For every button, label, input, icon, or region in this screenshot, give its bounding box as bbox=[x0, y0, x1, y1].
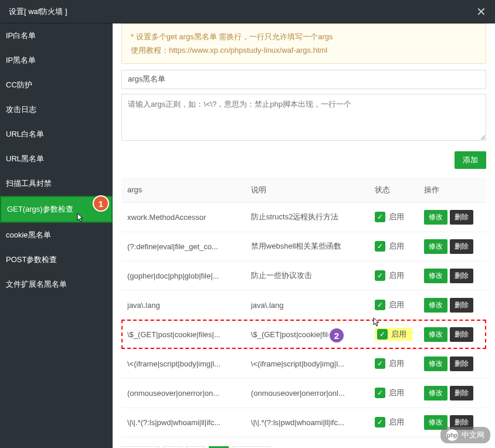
table-row: (onmouseover|onerror|on...(onmouseover|o… bbox=[121, 378, 486, 408]
cell-args: \$_(GET|post|cookie|files|... bbox=[121, 320, 245, 349]
cell-desc: \|\|.*(?:ls|pwd|whoami|ll|ifc... bbox=[245, 408, 369, 437]
th-action: 操作 bbox=[418, 178, 486, 203]
check-icon[interactable]: ✓ bbox=[375, 300, 385, 310]
watermark: php 中文网 bbox=[440, 427, 490, 443]
cell-args: java\.lang bbox=[121, 290, 245, 320]
table-row: (gopher|doc|php|glob|file|...防止一些协议攻击✓启用… bbox=[121, 261, 486, 290]
cell-status: ✓启用 bbox=[369, 261, 418, 290]
cell-args: xwork.MethodAccessor bbox=[121, 202, 245, 232]
delete-button[interactable]: 删除 bbox=[450, 239, 473, 254]
cell-action: 修改删除 bbox=[418, 261, 486, 290]
cell-args: (gopher|doc|php|glob|file|... bbox=[121, 261, 245, 290]
cell-args: \<(iframe|script|body|img|l... bbox=[121, 349, 245, 378]
status-label: 启用 bbox=[389, 300, 404, 310]
edit-button[interactable]: 修改 bbox=[424, 298, 447, 313]
cell-desc: (onmouseover|onerror|onl... bbox=[245, 378, 369, 408]
check-icon[interactable]: ✓ bbox=[375, 241, 385, 252]
edit-button[interactable]: 修改 bbox=[424, 239, 447, 254]
check-icon[interactable]: ✓ bbox=[375, 270, 385, 281]
delete-button[interactable]: 删除 bbox=[450, 210, 473, 225]
cell-args: \|\|.*(?:ls|pwd|whoami|ll|ifc... bbox=[121, 408, 245, 437]
table-row: \<(iframe|script|body|img|l...\<(iframe|… bbox=[121, 349, 486, 378]
sidebar-item-post-check[interactable]: POST参数检查 bbox=[0, 247, 113, 272]
cell-action: 修改删除 bbox=[418, 232, 486, 261]
cursor-arrow-icon bbox=[372, 317, 381, 330]
delete-button[interactable]: 删除 bbox=[450, 357, 473, 371]
check-icon[interactable]: ✓ bbox=[377, 329, 388, 340]
cell-status: ✓启用 bbox=[369, 408, 418, 437]
status-label: 启用 bbox=[389, 388, 404, 398]
sidebar-item-attack-log[interactable]: 攻击日志 bbox=[0, 97, 113, 122]
sidebar-item-file-ext-blacklist[interactable]: 文件扩展名黑名单 bbox=[0, 272, 113, 297]
php-logo-icon: php bbox=[446, 429, 458, 441]
edit-button[interactable]: 修改 bbox=[424, 357, 447, 371]
cell-desc: \<(iframe|script|body|img|l... bbox=[245, 349, 369, 378]
check-icon[interactable]: ✓ bbox=[375, 212, 385, 222]
cell-desc: 防止一些协议攻击 bbox=[245, 261, 369, 290]
table-row: java\.langjava\.lang✓启用修改删除 bbox=[121, 290, 486, 320]
sidebar-item-url-whitelist[interactable]: URL白名单 bbox=[0, 122, 113, 147]
delete-button[interactable]: 删除 bbox=[450, 386, 473, 401]
modal-header: 设置[ waf防火墙 ] ✕ bbox=[0, 0, 495, 23]
content-panel: * 设置多个get args黑名单 需换行，一行只允许填写一个args 使用教程… bbox=[113, 23, 495, 448]
sidebar: IP白名单 IP黑名单 CC防护 攻击日志 URL白名单 URL黑名单 扫描工具… bbox=[0, 23, 113, 448]
cell-desc: 禁用webshell相关某些函数 bbox=[245, 232, 369, 261]
cell-desc: 防止structs2远程执行方法 bbox=[245, 202, 369, 232]
annotation-marker-2: 2 bbox=[328, 327, 345, 344]
table-row: \|\|.*(?:ls|pwd|whoami|ll|ifc...\|\|.*(?… bbox=[121, 408, 486, 437]
cell-action: 修改删除 bbox=[418, 349, 486, 378]
sidebar-item-cc-protection[interactable]: CC防护 bbox=[0, 73, 113, 97]
table-row: (?:define|eval|file_get_co...禁用webshell相… bbox=[121, 232, 486, 261]
status-label: 启用 bbox=[389, 212, 404, 222]
delete-button[interactable]: 删除 bbox=[450, 327, 473, 342]
cell-status: ✓启用 bbox=[369, 378, 418, 408]
edit-button[interactable]: 修改 bbox=[424, 327, 447, 342]
cell-action: 修改删除 bbox=[418, 290, 486, 320]
cell-action: 修改删除 bbox=[418, 202, 486, 232]
status-label: 启用 bbox=[389, 270, 404, 281]
cell-action: 修改删除 bbox=[418, 378, 486, 408]
cell-status: ✓启用 bbox=[369, 232, 418, 261]
status-label: 启用 bbox=[391, 329, 406, 340]
args-regex-textarea[interactable] bbox=[121, 94, 486, 141]
rules-table-wrap: args 说明 状态 操作 xwork.MethodAccessor防止stru… bbox=[113, 178, 495, 437]
cell-desc: java\.lang bbox=[245, 290, 369, 320]
cell-status: ✓启用 bbox=[369, 349, 418, 378]
info-notice: * 设置多个get args黑名单 需换行，一行只允许填写一个args 使用教程… bbox=[121, 23, 486, 64]
cell-status: ✓启用 bbox=[369, 290, 418, 320]
status-label: 启用 bbox=[389, 241, 404, 252]
args-name-input[interactable] bbox=[121, 70, 486, 89]
table-row: \$_(GET|post|cookie|files|...\$_(GET|pos… bbox=[121, 320, 486, 349]
edit-button[interactable]: 修改 bbox=[424, 210, 447, 225]
cursor-pointer-icon bbox=[75, 212, 84, 226]
watermark-text: 中文网 bbox=[462, 430, 484, 440]
sidebar-item-ip-blacklist[interactable]: IP黑名单 bbox=[0, 48, 113, 73]
check-icon[interactable]: ✓ bbox=[375, 417, 385, 427]
sidebar-item-url-blacklist[interactable]: URL黑名单 bbox=[0, 147, 113, 171]
info-line-2: 使用教程：https://www.xp.cn/phpstudy-linux/wa… bbox=[131, 43, 477, 57]
cell-args: (?:define|eval|file_get_co... bbox=[121, 232, 245, 261]
cell-desc: \$_(GET|post|cookie|files|... bbox=[245, 320, 369, 349]
delete-button[interactable]: 删除 bbox=[450, 269, 473, 283]
delete-button[interactable]: 删除 bbox=[450, 298, 473, 313]
status-label: 启用 bbox=[389, 358, 404, 369]
edit-button[interactable]: 修改 bbox=[424, 386, 447, 401]
main-layout: IP白名单 IP黑名单 CC防护 攻击日志 URL白名单 URL黑名单 扫描工具… bbox=[0, 23, 495, 448]
check-icon[interactable]: ✓ bbox=[375, 358, 385, 369]
info-line-1: * 设置多个get args黑名单 需换行，一行只允许填写一个args bbox=[131, 30, 477, 43]
check-icon[interactable]: ✓ bbox=[375, 388, 385, 398]
sidebar-item-scanner-block[interactable]: 扫描工具封禁 bbox=[0, 171, 113, 196]
rules-table: args 说明 状态 操作 xwork.MethodAccessor防止stru… bbox=[121, 178, 486, 437]
status-label: 启用 bbox=[389, 417, 404, 427]
edit-button[interactable]: 修改 bbox=[424, 269, 447, 283]
form-area bbox=[113, 70, 495, 142]
button-row: 添加 bbox=[113, 142, 495, 178]
sidebar-item-ip-whitelist[interactable]: IP白名单 bbox=[0, 23, 113, 48]
cell-status: ✓启用 bbox=[369, 202, 418, 232]
annotation-marker-1: 1 bbox=[93, 195, 109, 212]
close-icon[interactable]: ✕ bbox=[476, 5, 486, 19]
cell-action: 修改删除 bbox=[418, 320, 486, 349]
add-button[interactable]: 添加 bbox=[455, 151, 486, 169]
th-args: args bbox=[121, 178, 245, 203]
sidebar-item-cookie-blacklist[interactable]: cookie黑名单 bbox=[0, 223, 113, 247]
